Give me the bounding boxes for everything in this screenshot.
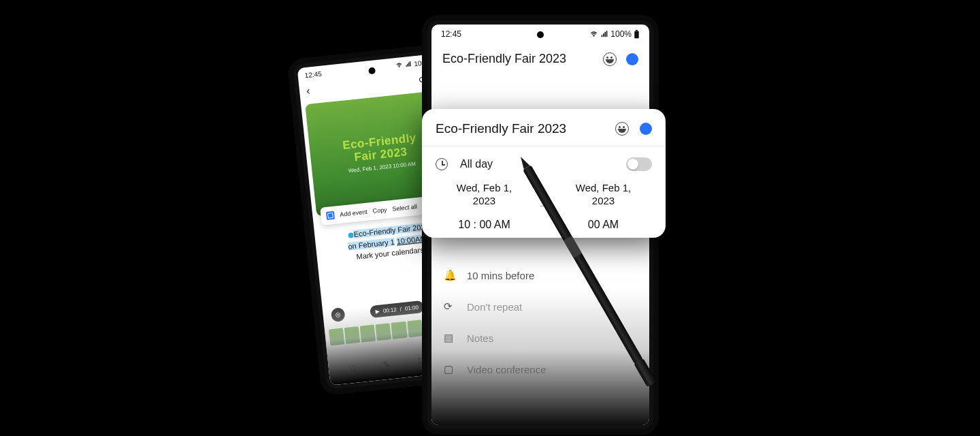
favorite-icon[interactable]: ♡	[348, 363, 358, 374]
all-day-label: All day	[460, 158, 626, 170]
bell-icon: 🔔	[444, 269, 456, 281]
notes-label: Notes	[467, 332, 493, 344]
start-time[interactable]: 10 : 00 AM	[433, 219, 536, 231]
video-label: Video conference	[467, 364, 546, 375]
repeat-label: Don't repeat	[467, 301, 522, 313]
sync-icon[interactable]: ⟳	[419, 74, 427, 84]
status-time: 12:45	[304, 69, 322, 79]
signal-icon	[405, 61, 412, 68]
caption-line2b: 10:00AM	[396, 234, 427, 245]
calendar-icon	[326, 211, 335, 220]
menu-copy[interactable]: Copy	[372, 206, 387, 215]
wifi-icon	[395, 61, 404, 69]
share-icon[interactable]: ⤴	[416, 356, 423, 367]
status-time: 12:45	[441, 29, 461, 39]
back-button[interactable]: ‹	[306, 85, 310, 97]
menu-select-all[interactable]: Select all	[392, 203, 417, 213]
event-edit-popup: Eco-Friendly Fair 2023 All day Wed, Feb …	[422, 109, 666, 238]
reminder-row[interactable]: 🔔 10 mins before	[431, 260, 649, 291]
notes-icon: ▤	[444, 332, 456, 344]
signal-icon	[600, 30, 608, 38]
video-conf-row[interactable]: ▢ Video conference	[431, 354, 649, 385]
video-scrubber[interactable]: ▶ 00:12 / 01:00	[370, 300, 425, 318]
caption-line2a: on February 1	[348, 237, 395, 250]
menu-add-event[interactable]: Add event	[340, 208, 368, 218]
video-icon: ▢	[444, 363, 456, 375]
status-battery: 100%	[610, 29, 632, 39]
event-title-row: Eco-Friendly Fair 2023	[431, 44, 649, 76]
wifi-icon	[589, 30, 598, 38]
player-pos: 00:12	[382, 307, 397, 314]
status-right: 100%	[589, 29, 640, 39]
event-title[interactable]: Eco-Friendly Fair 2023	[442, 52, 566, 66]
camera-hole-icon	[537, 31, 544, 38]
repeat-icon: ⟳	[444, 300, 456, 313]
all-day-row: All day	[422, 146, 666, 178]
end-column[interactable]: Wed, Feb 1,2023 00 AM	[552, 182, 655, 231]
all-day-toggle[interactable]	[626, 157, 652, 171]
edit-icon[interactable]: ✎	[382, 359, 391, 370]
svg-rect-2	[634, 31, 639, 38]
sticker-icon[interactable]	[615, 122, 629, 136]
calendar-color-dot[interactable]	[626, 53, 638, 65]
popup-title[interactable]: Eco-Friendly Fair 2023	[436, 121, 566, 136]
battery-icon	[634, 30, 640, 39]
video-title: Eco-Friendly Fair 2023	[342, 132, 418, 166]
calendar-color-dot[interactable]	[640, 123, 652, 135]
capture-fab[interactable]: ◎	[331, 307, 346, 322]
clock-icon	[436, 158, 448, 170]
player-dur: 01:00	[404, 304, 419, 311]
popup-title-row: Eco-Friendly Fair 2023	[422, 109, 666, 146]
start-column[interactable]: Wed, Feb 1,2023 10 : 00 AM	[433, 182, 536, 231]
play-icon[interactable]: ▶	[375, 308, 380, 315]
sticker-icon[interactable]	[603, 52, 617, 66]
svg-rect-3	[636, 30, 638, 31]
reminder-label: 10 mins before	[467, 270, 534, 281]
